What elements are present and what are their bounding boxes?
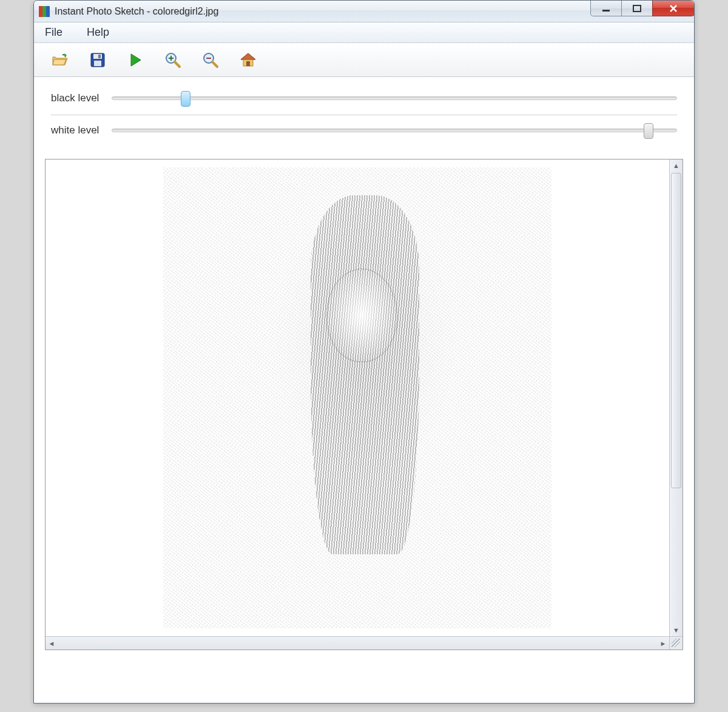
zoom-out-button[interactable] — [201, 51, 220, 69]
run-button[interactable] — [126, 51, 144, 69]
canvas-area: ▲ ▼ ◄ ► — [45, 159, 683, 650]
home-button[interactable] — [239, 51, 257, 69]
white-level-row: white level — [51, 118, 677, 143]
close-button[interactable] — [652, 1, 695, 16]
zoom-in-icon — [164, 52, 181, 69]
close-icon — [667, 4, 679, 13]
save-button[interactable] — [89, 51, 107, 69]
open-button[interactable] — [51, 51, 69, 69]
window-title: Instant Photo Sketch - coloredgirl2.jpg — [55, 6, 218, 17]
maximize-icon — [632, 4, 642, 13]
save-icon — [90, 52, 106, 68]
sliders-panel: black level white level — [34, 77, 694, 148]
black-level-label: black level — [51, 92, 112, 104]
image-viewport[interactable] — [46, 160, 669, 636]
zoom-in-button[interactable] — [164, 51, 182, 69]
maximize-button[interactable] — [621, 1, 653, 16]
minimize-button[interactable] — [590, 1, 622, 16]
scroll-right-icon[interactable]: ► — [657, 637, 669, 650]
white-level-slider[interactable] — [112, 129, 677, 132]
scroll-up-icon[interactable]: ▲ — [670, 160, 682, 172]
black-level-thumb[interactable] — [181, 91, 190, 107]
menu-help[interactable]: Help — [83, 24, 113, 41]
titlebar[interactable]: Instant Photo Sketch - coloredgirl2.jpg — [34, 1, 694, 22]
vertical-scrollbar[interactable]: ▲ ▼ — [669, 160, 682, 636]
svg-marker-9 — [131, 54, 141, 66]
svg-rect-8 — [98, 55, 101, 58]
svg-rect-1 — [633, 5, 641, 12]
menubar: File Help — [34, 22, 694, 43]
resize-grip-icon[interactable] — [672, 639, 680, 647]
app-window: Instant Photo Sketch - coloredgirl2.jpg … — [33, 0, 695, 704]
white-level-thumb[interactable] — [644, 123, 653, 139]
home-icon — [240, 52, 257, 68]
black-level-row: black level — [51, 86, 677, 111]
scroll-down-icon[interactable]: ▼ — [670, 624, 682, 636]
svg-rect-19 — [246, 61, 250, 66]
sketch-image — [163, 167, 551, 628]
svg-rect-0 — [602, 10, 610, 12]
app-icon — [39, 6, 50, 17]
scroll-corner — [669, 636, 682, 650]
svg-line-15 — [212, 62, 217, 67]
menu-file[interactable]: File — [41, 24, 66, 41]
vertical-scroll-thumb[interactable] — [671, 173, 681, 488]
play-icon — [129, 53, 142, 67]
scroll-left-icon[interactable]: ◄ — [46, 637, 58, 650]
svg-marker-18 — [241, 53, 255, 59]
window-controls — [590, 1, 694, 22]
horizontal-scrollbar[interactable]: ◄ ► — [46, 636, 669, 650]
toolbar — [34, 43, 694, 77]
zoom-out-icon — [202, 52, 219, 69]
svg-rect-7 — [94, 61, 101, 66]
svg-line-11 — [175, 62, 180, 67]
white-level-label: white level — [51, 124, 112, 136]
slider-divider — [51, 115, 677, 115]
open-icon — [52, 53, 69, 67]
minimize-icon — [601, 4, 612, 13]
black-level-slider[interactable] — [112, 96, 677, 100]
